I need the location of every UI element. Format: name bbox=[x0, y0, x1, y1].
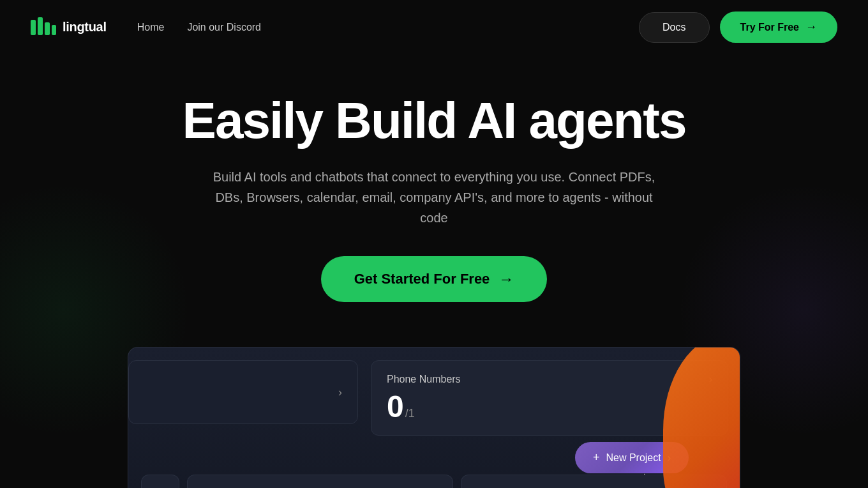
nav-home[interactable]: Home bbox=[137, 22, 165, 33]
svg-rect-1 bbox=[38, 17, 43, 35]
try-free-arrow: → bbox=[805, 20, 817, 34]
nav-discord[interactable]: Join our Discord bbox=[187, 22, 261, 33]
logo-icon bbox=[31, 17, 56, 38]
try-free-label: Try For Free bbox=[740, 22, 799, 33]
logo-text: lingtual bbox=[63, 20, 107, 34]
logo[interactable]: lingtual bbox=[31, 17, 107, 38]
nav-links: Home Join our Discord bbox=[137, 22, 261, 33]
navbar: lingtual Home Join our Discord Docs Try … bbox=[0, 0, 868, 54]
get-started-label: Get Started For Free bbox=[354, 271, 490, 287]
phone-card-header: Phone Numbers › bbox=[387, 374, 712, 385]
hero-section: Easily Build AI agents Build AI tools an… bbox=[0, 54, 868, 488]
preview-container: › Phone Numbers › 0 /1 + New Project › bbox=[128, 347, 740, 488]
try-free-button[interactable]: Try For Free → bbox=[720, 11, 837, 43]
phone-card-title: Phone Numbers bbox=[387, 374, 461, 385]
left-panel: › bbox=[128, 360, 358, 424]
left-panel-arrow: › bbox=[338, 386, 342, 399]
bottom-card-1 bbox=[141, 475, 179, 488]
svg-rect-2 bbox=[45, 22, 50, 35]
bottom-cards-row: M G ꞵ bbox=[128, 475, 740, 488]
hero-subtitle: Build AI tools and chatbots that connect… bbox=[211, 167, 657, 228]
new-project-label: New Project bbox=[606, 452, 661, 464]
docs-button[interactable]: Docs bbox=[639, 12, 709, 43]
new-project-plus: + bbox=[593, 451, 600, 464]
svg-rect-3 bbox=[52, 25, 56, 35]
get-started-arrow: → bbox=[498, 270, 514, 288]
svg-rect-0 bbox=[31, 20, 36, 35]
get-started-button[interactable]: Get Started For Free → bbox=[321, 256, 548, 302]
bottom-card-google: M G bbox=[187, 475, 453, 488]
nav-right: Docs Try For Free → bbox=[639, 11, 837, 43]
hero-title: Easily Build AI agents bbox=[183, 93, 686, 149]
nav-left: lingtual Home Join our Discord bbox=[31, 17, 261, 38]
phone-number-sub: /1 bbox=[405, 407, 415, 420]
app-preview: › Phone Numbers › 0 /1 + New Project › bbox=[31, 347, 837, 488]
phone-number-value: 0 bbox=[387, 392, 404, 422]
